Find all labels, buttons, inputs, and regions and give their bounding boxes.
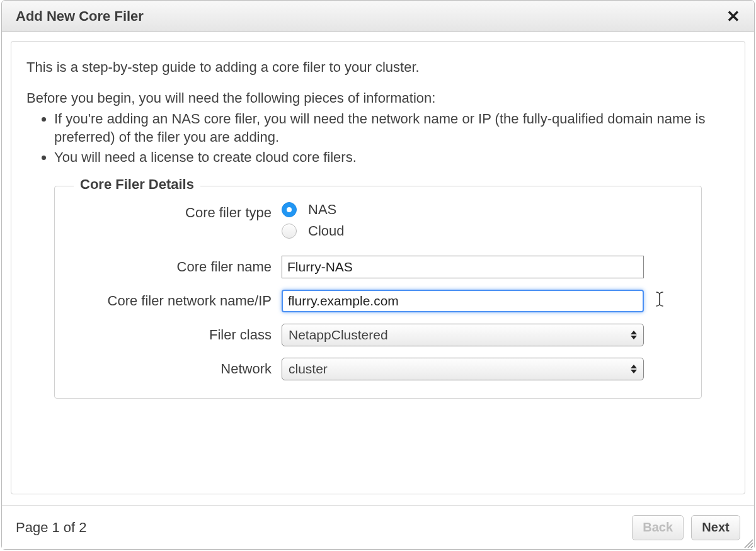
dialog-footer: Page 1 of 2 Back Next: [2, 505, 754, 549]
content-panel: This is a step-by-step guide to adding a…: [11, 41, 745, 494]
network-select[interactable]: cluster: [282, 358, 644, 380]
label-network-name: Core filer network name/IP: [80, 290, 282, 310]
label-core-filer-type: Core filer type: [80, 202, 282, 222]
intro-text: This is a step-by-step guide to adding a…: [26, 58, 730, 77]
form-row-network: Core filer network name/IP: [80, 290, 676, 312]
core-filer-details-fieldset: Core Filer Details Core filer type NAS C…: [54, 186, 702, 399]
text-cursor-icon: [655, 291, 664, 311]
network-name-input[interactable]: [282, 290, 644, 312]
filer-class-value: NetappClustered: [289, 327, 388, 343]
form-row-network-select: Network cluster: [80, 358, 676, 380]
dialog-body: This is a step-by-step guide to adding a…: [2, 32, 754, 505]
radio-nas[interactable]: NAS: [282, 202, 676, 218]
field-core-filer-type: NAS Cloud: [282, 202, 676, 244]
core-filer-name-input[interactable]: [282, 256, 644, 278]
footer-buttons: Back Next: [632, 515, 740, 540]
label-filer-class: Filer class: [80, 324, 282, 344]
requirement-item: If you're adding an NAS core filer, you …: [54, 110, 730, 147]
label-core-filer-name: Core filer name: [80, 256, 282, 276]
radio-label-cloud: Cloud: [308, 223, 344, 239]
fieldset-legend: Core Filer Details: [74, 176, 200, 193]
dialog-header: Add New Core Filer ✕: [2, 1, 754, 32]
form-row-name: Core filer name: [80, 256, 676, 278]
back-button[interactable]: Back: [632, 515, 684, 540]
radio-icon[interactable]: [282, 202, 297, 217]
network-value: cluster: [289, 361, 328, 377]
radio-cloud[interactable]: Cloud: [282, 223, 676, 239]
dialog: Add New Core Filer ✕ This is a step-by-s…: [1, 0, 755, 550]
requirement-item: You will need a license to create cloud …: [54, 148, 730, 167]
radio-icon[interactable]: [282, 224, 297, 239]
page-indicator: Page 1 of 2: [16, 520, 87, 536]
requirements-lead: Before you begin, you will need the foll…: [26, 89, 730, 108]
requirements-list: If you're adding an NAS core filer, you …: [26, 110, 730, 167]
radio-label-nas: NAS: [308, 202, 336, 218]
form-row-filer-class: Filer class NetappClustered: [80, 324, 676, 346]
close-icon[interactable]: ✕: [726, 8, 740, 25]
form-row-type: Core filer type NAS Cloud: [80, 202, 676, 244]
chevron-updown-icon: [631, 365, 637, 373]
resize-grip-icon[interactable]: [742, 537, 753, 548]
svg-line-2: [751, 546, 753, 548]
dialog-title: Add New Core Filer: [16, 8, 144, 25]
filer-class-select[interactable]: NetappClustered: [282, 324, 644, 346]
label-network: Network: [80, 358, 282, 378]
next-button[interactable]: Next: [691, 515, 740, 540]
chevron-updown-icon: [631, 331, 637, 339]
